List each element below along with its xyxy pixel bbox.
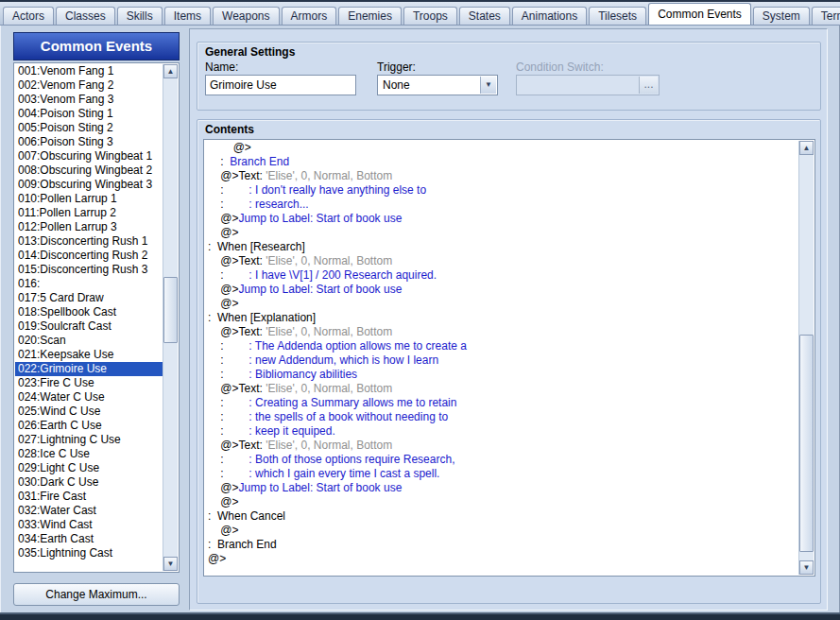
event-command-line[interactable]: @> [208,226,797,240]
event-command-line[interactable]: @> [208,141,797,155]
event-list-item[interactable]: 030:Dark C Use [15,475,163,490]
event-command-line[interactable]: @> [208,552,797,566]
event-list-item[interactable]: 020:Scan [15,334,163,348]
event-command-line[interactable]: : When Cancel [208,509,797,524]
event-command-line[interactable]: @> [208,524,797,538]
event-command-line[interactable]: : : which I gain every time I cast a spe… [208,467,797,481]
scroll-up-button[interactable]: ▲ [163,64,178,78]
tab-states[interactable]: States [459,7,510,25]
event-command-line[interactable]: : : keep it equiped. [208,424,797,439]
contents-scrollbar[interactable]: ▲ ▼ [798,141,814,575]
event-list-item[interactable]: 034:Earth Cast [15,532,163,546]
contents-scroll-thumb[interactable] [799,335,814,552]
event-command-line[interactable]: : : I don't really have anything else to [208,183,797,198]
event-list-item[interactable]: 021:Keepsake Use [15,348,163,362]
contents-lines: @> : Branch End @>Text: 'Elise', 0, Norm… [205,141,797,575]
event-list-item[interactable]: 016: [15,277,163,291]
tab-actors[interactable]: Actors [3,7,54,25]
event-command-line[interactable]: @> [208,297,797,311]
event-list-item[interactable]: 012:Pollen Larrup 3 [15,220,163,234]
name-label: Name: [205,60,238,74]
event-list-item[interactable]: 014:Disconcerting Rush 2 [15,249,163,263]
event-list-item[interactable]: 011:Pollen Larrup 2 [15,206,163,220]
event-list-item[interactable]: 033:Wind Cast [15,518,163,532]
event-command-line[interactable]: @>Jump to Label: Start of book use [208,283,797,297]
event-list-item[interactable]: 018:Spellbook Cast [15,305,163,319]
event-list-item[interactable]: 019:Soulcraft Cast [15,319,163,334]
tab-classes[interactable]: Classes [56,7,115,25]
contents-scroll-down-button[interactable]: ▼ [799,560,814,575]
event-command-line[interactable]: : When [Explanation] [208,311,797,325]
tab-skills[interactable]: Skills [117,7,163,25]
name-input[interactable] [205,75,356,95]
event-list-item[interactable]: 035:Lightning Cast [15,546,163,560]
event-command-line[interactable]: @>Jump to Label: Start of book use [208,481,797,495]
event-list-item[interactable]: 006:Poison Sting 3 [15,135,163,149]
event-command-line[interactable]: : : Bibliomancy abilities [208,368,797,382]
event-command-line[interactable]: @>Text: 'Elise', 0, Normal, Bottom [208,169,797,183]
event-list-item[interactable]: 003:Venom Fang 3 [15,93,163,107]
event-list-item[interactable]: 029:Light C Use [15,461,163,475]
event-command-line[interactable]: @>Text: 'Elise', 0, Normal, Bottom [208,254,797,268]
event-command-line[interactable]: : : The Addenda option allows me to crea… [208,339,797,353]
tab-system[interactable]: System [753,7,810,25]
event-command-line[interactable]: : : I have \V[1] / 200 Research aquired. [208,268,797,283]
change-maximum-button[interactable]: Change Maximum... [13,583,180,606]
trigger-dropdown-button[interactable]: ▼ [480,77,496,94]
event-list-item[interactable]: 027:Lightning C Use [15,433,163,447]
event-list-item[interactable]: 004:Poison Sting 1 [15,107,163,121]
scroll-up-icon: ▲ [803,144,811,152]
event-list-scroll-thumb[interactable] [163,277,178,343]
contents-scroll-up-button[interactable]: ▲ [799,141,814,155]
event-list-item[interactable]: 031:Fire Cast [15,490,163,504]
event-list-item[interactable]: 024:Water C Use [15,390,163,405]
event-list-item[interactable]: 032:Water Cast [15,504,163,518]
tab-troops[interactable]: Troops [403,7,457,25]
settings-panel: General Settings Name: Trigger: None ▼ C… [189,28,828,611]
event-command-line[interactable]: : : Creating a Summary allows me to reta… [208,396,797,410]
event-list-item[interactable]: 017:5 Card Draw [15,291,163,305]
event-list-item[interactable]: 025:Wind C Use [15,405,163,419]
event-command-line[interactable]: : Branch End [208,538,797,552]
tab-common-events[interactable]: Common Events [648,3,751,25]
event-list-item[interactable]: 010:Pollen Larrup 1 [15,192,163,206]
event-list-item[interactable]: 028:Ice C Use [15,447,163,461]
event-command-line[interactable]: @>Text: 'Elise', 0, Normal, Bottom [208,325,797,339]
event-list-item[interactable]: 005:Poison Sting 2 [15,121,163,135]
event-command-line[interactable]: @>Text: 'Elise', 0, Normal, Bottom [208,439,797,453]
event-list-scrollbar[interactable]: ▲ ▼ [163,64,178,571]
event-list-item[interactable]: 002:Venom Fang 2 [15,78,163,93]
event-command-line[interactable]: : : new Addendum, which is how I learn [208,353,797,368]
tab-weapons[interactable]: Weapons [213,7,279,25]
general-settings-title: General Settings [205,45,295,59]
tab-tilesets[interactable]: Tilesets [589,7,646,25]
event-list-item[interactable]: 015:Disconcerting Rush 3 [15,263,163,277]
event-command-line[interactable]: : : Both of those options require Resear… [208,453,797,467]
trigger-select[interactable]: None ▼ [377,75,498,95]
tab-armors[interactable]: Armors [282,7,337,25]
event-command-line[interactable]: : When [Research] [208,240,797,254]
trigger-label: Trigger: [377,60,416,74]
event-list-item[interactable]: 013:Disconcerting Rush 1 [15,234,163,249]
scroll-down-button[interactable]: ▼ [163,557,178,571]
event-list-item[interactable]: 022:Grimoire Use [15,362,163,376]
event-command-line[interactable]: : : research... [208,198,797,212]
event-command-line[interactable]: @> [208,495,797,509]
event-command-line[interactable]: @>Jump to Label: Start of book use [208,212,797,226]
tab-animations[interactable]: Animations [512,7,587,25]
event-list-item[interactable]: 009:Obscuring Wingbeat 3 [15,178,163,192]
event-list-item[interactable]: 026:Earth C Use [15,419,163,433]
event-list-scroll-track[interactable] [163,78,178,557]
event-command-line[interactable]: : Branch End [208,155,797,169]
event-list-item[interactable]: 007:Obscuring Wingbeat 1 [15,149,163,164]
event-list-item[interactable]: 001:Venom Fang 1 [15,64,163,78]
tab-terms[interactable]: Terms [812,7,840,25]
event-command-line[interactable]: @>Text: 'Elise', 0, Normal, Bottom [208,382,797,396]
contents-scroll-track[interactable] [799,155,814,560]
tab-enemies[interactable]: Enemies [338,7,402,25]
tab-items[interactable]: Items [164,7,211,25]
event-command-line[interactable]: : : the spells of a book without needing… [208,410,797,424]
event-list-item[interactable]: 008:Obscuring Wingbeat 2 [15,164,163,178]
common-events-panel-title: Common Events [13,32,180,60]
event-list-item[interactable]: 023:Fire C Use [15,376,163,390]
